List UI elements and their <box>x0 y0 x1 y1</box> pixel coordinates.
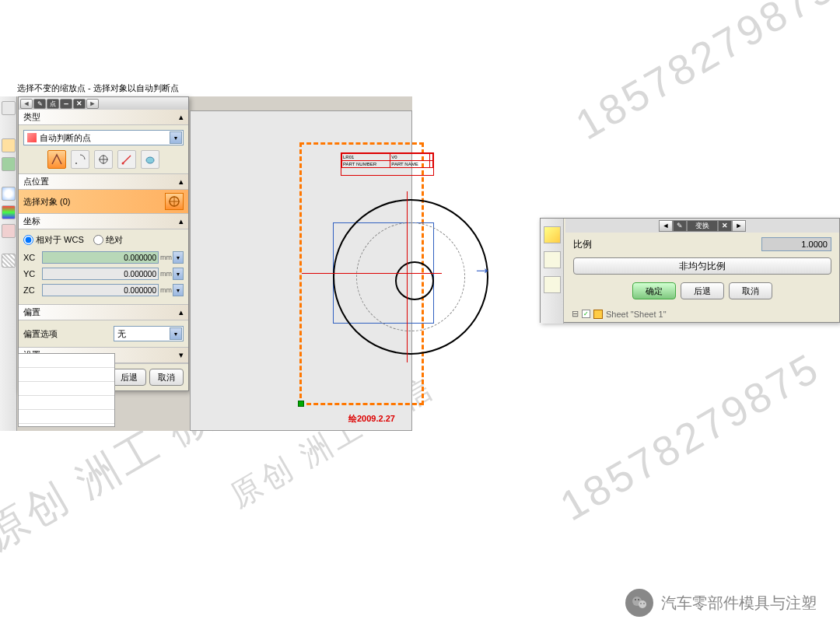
point-dialog-window: 选择不变的缩放点 - 选择对象以自动判断点 ◄ ✎ 点 – ✕ ► 类型 ▴ <box>0 96 412 431</box>
back-button[interactable]: 后退 <box>681 282 724 299</box>
watermark: 18578279875 <box>568 0 840 149</box>
list-row[interactable] <box>19 354 114 368</box>
back-button[interactable]: 后退 <box>112 369 146 386</box>
existing-point-icon[interactable] <box>94 150 113 169</box>
zc-input[interactable]: 0.000000 <box>42 284 159 296</box>
titlebar-title: 变换 <box>687 220 718 232</box>
point-type-combo[interactable]: 自动判断的点 ▼ <box>23 130 184 145</box>
cursor-point-icon[interactable] <box>71 150 89 169</box>
title-cell <box>429 161 432 168</box>
toolbar-icon[interactable] <box>2 138 16 152</box>
title-block: LR01V0 PART NUMBERPART NAME <box>341 152 434 176</box>
close-button[interactable]: ✕ <box>718 220 732 232</box>
list-row[interactable] <box>19 396 114 410</box>
close-button[interactable]: ✕ <box>73 99 86 109</box>
section-type: 类型 ▴ 自动判断的点 ▼ <box>19 110 188 174</box>
endpoint-icon[interactable] <box>117 150 136 169</box>
scale-label: 比例 <box>573 238 592 251</box>
unit-label: mm <box>159 254 173 261</box>
offset-option-combo[interactable]: 无 ▼ <box>114 326 184 341</box>
centerline-v <box>407 191 408 362</box>
color-icon[interactable] <box>2 205 16 219</box>
infer-point-icon[interactable] <box>47 150 66 169</box>
tree-item-label: Sheet "Sheet 1" <box>606 310 667 319</box>
svg-point-0 <box>75 163 77 164</box>
yc-row: YC 0.000000 mm ▼ <box>23 267 184 281</box>
combo-value: 自动判断的点 <box>40 132 91 144</box>
nonuniform-scale-button[interactable]: 非均匀比例 <box>573 257 831 275</box>
select-object-label: 选择对象 (0) <box>23 196 165 208</box>
titlebar-tool-button[interactable]: ✎ <box>673 220 687 232</box>
transform-titlebar: ◄ ✎ 变换 ✕ ► <box>565 219 839 233</box>
left-toolbar <box>0 96 17 431</box>
point-type-icon <box>27 133 37 142</box>
grid-icon[interactable] <box>2 254 16 268</box>
scale-input[interactable]: 1.0000 <box>761 237 831 251</box>
nav-next-button[interactable]: ► <box>86 99 99 109</box>
nav-prev-button[interactable]: ◄ <box>20 99 33 109</box>
svg-point-11 <box>639 600 646 608</box>
svg-point-12 <box>635 599 636 600</box>
list-row[interactable] <box>19 382 114 396</box>
svg-point-15 <box>643 603 645 604</box>
minimize-button[interactable]: – <box>60 99 72 109</box>
select-target-button[interactable] <box>165 193 184 210</box>
section-title: 类型 <box>23 111 40 123</box>
section-header-position[interactable]: 点位置 ▴ <box>19 174 188 190</box>
radio-absolute[interactable]: 绝对 <box>93 234 123 246</box>
nav-prev-button[interactable]: ◄ <box>659 220 673 232</box>
xc-dropdown[interactable]: ▼ <box>173 251 184 264</box>
transform-button-row: 确定 后退 取消 <box>565 276 839 306</box>
titlebar-tool-button[interactable]: ✎ <box>33 99 46 109</box>
radio-label: 绝对 <box>106 234 123 246</box>
titlebar-point-button[interactable]: 点 <box>47 99 59 109</box>
toolbar-icon[interactable] <box>544 226 561 243</box>
select-object-row[interactable]: 选择对象 (0) <box>23 193 184 210</box>
list-row[interactable] <box>19 410 114 424</box>
toolbar-icon[interactable] <box>2 224 16 238</box>
chevron-down-icon: ▼ <box>170 131 182 144</box>
chevron-down-icon: ▼ <box>170 327 182 340</box>
collapse-icon: ▴ <box>179 112 184 122</box>
xc-input[interactable]: 0.000000 <box>42 251 159 264</box>
nav-next-button[interactable]: ► <box>732 220 746 232</box>
title-cell: LR01 <box>342 154 390 161</box>
toolbar-icon[interactable] <box>544 251 561 268</box>
radio-relative-wcs[interactable]: 相对于 WCS <box>23 234 84 246</box>
ok-button[interactable]: 确定 <box>632 282 676 299</box>
offset-option-label: 偏置选项 <box>23 328 114 340</box>
zc-dropdown[interactable]: ▼ <box>173 284 184 296</box>
section-header-offset[interactable]: 偏置 ▴ <box>19 305 188 320</box>
radio-rel-input[interactable] <box>23 235 33 245</box>
tree-item[interactable]: ⊟ ✓ Sheet "Sheet 1" <box>565 306 839 322</box>
combo-value: 无 <box>117 328 126 340</box>
radio-abs-input[interactable] <box>93 235 103 245</box>
drawing-canvas[interactable]: LR01V0 PART NUMBERPART NAME 绘2009.2.27 <box>190 110 412 431</box>
title-cell <box>429 154 432 161</box>
yc-input[interactable]: 0.000000 <box>42 268 159 280</box>
status-bar: 选择不变的缩放点 - 选择对象以自动判断点 <box>17 82 179 94</box>
cancel-button[interactable]: 取消 <box>149 369 184 386</box>
clock-icon[interactable] <box>2 187 16 201</box>
toolbar-icon[interactable] <box>2 157 16 171</box>
toolbar-icon[interactable] <box>2 101 16 115</box>
svg-point-14 <box>640 603 642 604</box>
section-header-coord[interactable]: 坐标 ▴ <box>19 214 188 229</box>
section-header-type[interactable]: 类型 ▴ <box>19 110 188 125</box>
tree-toggle-icon[interactable]: ⊟ <box>572 309 579 319</box>
caption-text: 汽车零部件模具与注塑 <box>661 593 817 614</box>
title-cell: V0 <box>390 154 430 161</box>
svg-point-6 <box>146 157 154 163</box>
watermark: 18578279875 <box>552 343 828 530</box>
cancel-button[interactable]: 取消 <box>729 282 772 299</box>
coord-label: YC <box>23 269 42 278</box>
list-row[interactable] <box>19 368 114 382</box>
yc-dropdown[interactable]: ▼ <box>173 268 184 280</box>
checkbox-icon[interactable]: ✓ <box>582 310 590 318</box>
svg-line-4 <box>123 156 131 163</box>
collapse-icon: ▴ <box>179 177 184 187</box>
resize-handle[interactable] <box>298 401 304 407</box>
toolbar-icon[interactable] <box>544 276 561 293</box>
svg-point-5 <box>122 163 124 165</box>
control-point-icon[interactable] <box>141 150 159 169</box>
